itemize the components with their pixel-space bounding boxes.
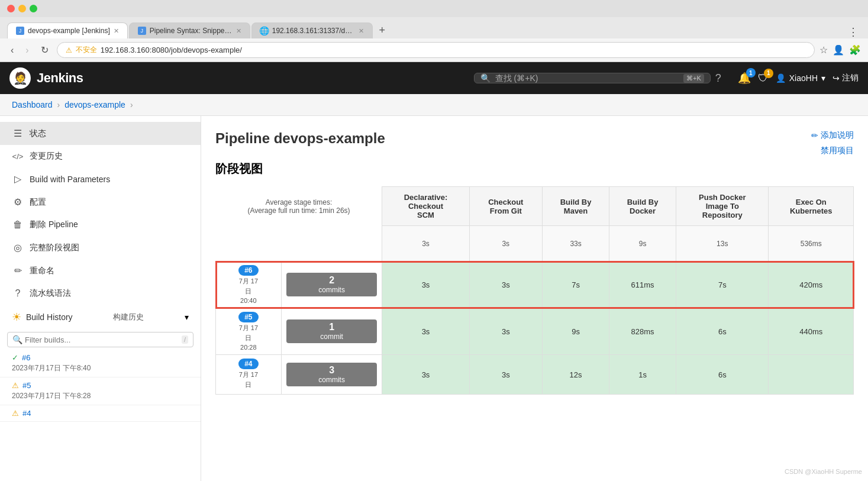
add-desc-link[interactable]: ✏ 添加说明 [811,130,854,141]
build-item-4[interactable]: ⚠ #4 [0,405,201,422]
avg-time-declarative: 3s [382,226,469,262]
tab-favicon-1: J [16,27,24,35]
commit-cell-1[interactable]: 1 commit [281,308,382,355]
sign-out-label: 注销 [842,73,859,83]
build-item-5[interactable]: ⚠ #5 2023年7月17日 下午8:28 [0,377,201,405]
header-search-box[interactable]: 🔍 ⌘+K [474,73,711,83]
filter-input[interactable] [25,335,179,344]
edit-icon: ✏ [811,131,818,140]
stage-time-0-2[interactable]: 7s [543,262,609,308]
stage-time-2-4[interactable]: 6s [676,355,769,395]
tab-close-2[interactable]: ✕ [236,27,241,35]
stage-time-0-0[interactable]: 3s [382,262,469,308]
jenkins-logo[interactable]: 🤵 Jenkins [9,67,83,89]
stage-time-1-1[interactable]: 3s [469,308,543,355]
mac-fullscreen-dot[interactable] [30,5,37,12]
stage-time-2-0[interactable]: 3s [382,355,469,395]
tab-close-3[interactable]: ✕ [359,27,364,35]
disable-link[interactable]: 禁用项目 [821,146,854,156]
bookmark-icon[interactable]: ☆ [819,44,828,56]
build-history-chevron: ▾ [185,312,189,322]
col-label-checkout: CheckoutFrom Git [475,198,538,215]
search-input[interactable] [495,73,679,83]
address-input[interactable]: ⚠ 不安全 192.168.3.160:8080/job/devops-exam… [57,42,815,58]
sidebar-item-build[interactable]: ▷ Build with Parameters [0,167,201,191]
shield-badge: 1 [764,69,773,78]
build-info-2[interactable]: #4 7月 17 日 [216,355,282,395]
sidebar-item-label-syntax: 流水线语法 [30,288,71,299]
col-header-checkout: CheckoutFrom Git [469,187,543,226]
stage-time-0-4[interactable]: 7s [676,262,769,308]
build-info-1[interactable]: #5 7月 17 日 20:28 [216,308,282,355]
add-desc-label: 添加说明 [821,130,854,141]
stage-time-2-5[interactable] [769,355,854,395]
profile-icon[interactable]: 👤 [832,44,844,56]
refresh-button[interactable]: ↻ [37,43,52,57]
build-date-5: 2023年7月17日 下午8:28 [12,391,189,401]
tab-devops-example[interactable]: J devops-example [Jenkins] ✕ [7,22,128,38]
shield-button[interactable]: 🛡 1 [758,72,769,85]
header-actions: 🔔 1 🛡 1 👤 XiaoHH ▾ ↪ 注销 [738,72,859,85]
sidebar-item-delete[interactable]: 🗑 删除 Pipeline [0,214,201,236]
build-filter[interactable]: 🔍 / [7,332,193,347]
commit-cell-0[interactable]: 2 commits [281,262,382,308]
stage-time-2-1[interactable]: 3s [469,355,543,395]
sidebar-item-status[interactable]: ☰ 状态 [0,122,201,145]
sidebar-item-label-status: 状态 [30,128,46,139]
breadcrumb-sep-1: › [57,100,60,109]
stage-time-1-4[interactable]: 6s [676,308,769,355]
breadcrumb-sep-2: › [130,100,133,109]
breadcrumb-devops[interactable]: devops-example [64,100,125,109]
notifications-badge: 1 [746,68,756,78]
user-menu[interactable]: 👤 XiaoHH ▾ [776,73,825,83]
build-number-6: #6 [22,353,30,362]
sidebar-item-rename[interactable]: ✏ 重命名 [0,259,201,282]
mac-close-dot[interactable] [7,5,15,12]
col-label-maven: Build ByMaven [547,198,604,215]
help-icon[interactable]: ? [715,72,721,85]
stage-time-1-5[interactable]: 440ms [769,308,854,355]
stage-time-1-2[interactable]: 9s [543,308,609,355]
content-area: ✏ 添加说明 禁用项目 Pipeline devops-example 阶段视图… [201,116,868,481]
stage-time-0-5[interactable]: 420ms [769,262,854,308]
tab-pipeline-syntax[interactable]: J Pipeline Syntax: Snippet Gene... ✕ [129,22,250,38]
jenkins-header: 🤵 Jenkins 🔍 ⌘+K ? 🔔 1 🛡 1 👤 XiaoHH ▾ ↪ 注… [0,62,868,94]
build-status-icon-5: ⚠ [12,381,19,390]
back-button[interactable]: ‹ [7,44,17,57]
stage-time-0-1[interactable]: 3s [469,262,543,308]
stage-build-row-4: #4 7月 17 日 3 commits 3s3s12s1s6s [216,355,854,395]
browser-menu-icon[interactable]: ⋮ [848,25,861,38]
build-info-0[interactable]: #6 7月 17 日 20:40 [216,262,282,308]
sidebar-item-label-fullstage: 完整阶段视图 [30,243,79,253]
tab-close-1[interactable]: ✕ [114,27,119,35]
sidebar-item-syntax[interactable]: ? 流水线语法 [0,282,201,305]
stage-time-1-3[interactable]: 828ms [609,308,676,355]
sign-out-button[interactable]: ↪ 注销 [832,73,859,83]
sidebar-item-config[interactable]: ⚙ 配置 [0,191,201,214]
stage-time-2-3[interactable]: 1s [609,355,676,395]
build-num-4: ⚠ #4 [12,409,189,418]
col-label-docker: Build ByDocker [614,198,671,215]
extensions-icon[interactable]: 🧩 [849,44,861,56]
forward-button[interactable]: › [22,44,32,57]
stage-time-0-3[interactable]: 611ms [609,262,676,308]
sidebar-item-changes[interactable]: </> 变更历史 [0,145,201,167]
build-item-6[interactable]: ✓ #6 2023年7月17日 下午8:40 [0,350,201,377]
stage-time-1-0[interactable]: 3s [382,308,469,355]
sidebar-item-label-changes: 变更历史 [30,151,63,162]
sidebar: ☰ 状态 </> 变更历史 ▷ Build with Parameters ⚙ … [0,116,201,481]
sidebar-item-label-config: 配置 [30,197,46,208]
syntax-icon: ? [12,288,24,299]
col-label-exec: Exec OnKubernetes [773,198,848,215]
notifications-button[interactable]: 🔔 1 [738,72,751,85]
main-layout: ☰ 状态 </> 变更历史 ▷ Build with Parameters ⚙ … [0,116,868,481]
mac-minimize-dot[interactable] [18,5,26,12]
tab-devops-url[interactable]: 🌐 192.168.3.161:31337/devOps ✕ [251,22,373,38]
stage-time-2-2[interactable]: 12s [543,355,609,395]
sidebar-item-fullstage[interactable]: ◎ 完整阶段视图 [0,236,201,259]
config-icon: ⚙ [12,196,24,208]
new-tab-button[interactable]: + [374,22,391,38]
build-history-header[interactable]: ☀ Build History 构建历史 ▾ [0,305,201,330]
commit-cell-2[interactable]: 3 commits [281,355,382,395]
breadcrumb-dashboard[interactable]: Dashboard [12,100,53,109]
